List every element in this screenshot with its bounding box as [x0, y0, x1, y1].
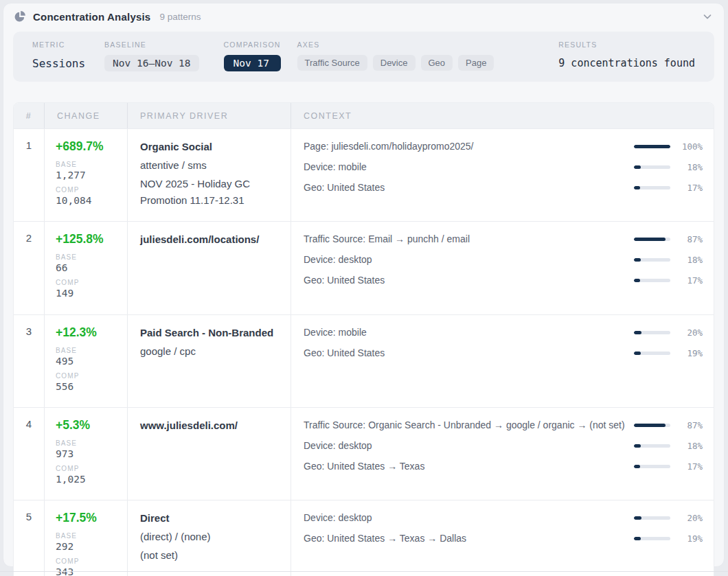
driver-line: juliesdeli.com/locations/	[140, 231, 280, 248]
metric-label: METRIC	[32, 41, 85, 49]
share-bar-fill	[634, 238, 666, 241]
share-bar-fill	[634, 537, 641, 540]
axis-chip-geo[interactable]: Geo	[421, 55, 453, 71]
table-row[interactable]: 3 +12.3% BASE 495 COMP 556 Paid Search -…	[14, 314, 714, 407]
share-bar-fill	[634, 258, 641, 262]
share-bar-fill	[634, 516, 641, 520]
concentration-table: # CHANGE PRIMARY DRIVER CONTEXT 1 +689.7…	[13, 102, 714, 576]
share-bar	[634, 186, 670, 189]
context-line: Device: desktop18%	[304, 253, 703, 266]
baseline-group: BASELINE Nov 16–Nov 18	[104, 41, 199, 71]
results-group: RESULTS 9 concentrations found	[558, 41, 695, 69]
filter-bar: METRIC Sessions BASELINE Nov 16–Nov 18 C…	[13, 32, 714, 82]
share-bar	[634, 238, 670, 241]
change-cell: +125.8% BASE 66 COMP 149	[44, 222, 127, 314]
change-percent: +12.3%	[56, 325, 117, 340]
axis-chip-device[interactable]: Device	[373, 55, 416, 71]
share-bar-fill	[634, 465, 640, 468]
share-bar-fill	[634, 279, 640, 282]
context-line: Geo: United States → Texas → Dallas19%	[304, 532, 703, 545]
primary-driver-cell: Direct(direct) / (none)(not set)	[127, 500, 291, 576]
context-cell: Device: desktop20%Geo: United States → T…	[291, 500, 714, 576]
context-line: Device: mobile18%	[304, 161, 703, 174]
row-index: 2	[14, 222, 44, 314]
context-line: Traffic Source: Email → punchh / email87…	[304, 233, 703, 246]
column-header-change: CHANGE	[44, 103, 127, 128]
share-bar	[634, 165, 670, 169]
driver-line: Paid Search - Non-Branded	[140, 325, 280, 341]
change-percent: +5.3%	[56, 418, 117, 433]
driver-line: (direct) / (none)	[140, 529, 280, 545]
share-bar-fill	[634, 424, 666, 427]
table-header-row: # CHANGE PRIMARY DRIVER CONTEXT	[14, 103, 714, 128]
share-bar-fill	[634, 331, 641, 334]
axes-group: AXES Traffic Source Device Geo Page	[297, 41, 494, 71]
driver-line: google / cpc	[140, 343, 280, 360]
table-row[interactable]: 5 +17.5% BASE 292 COMP 343 Direct(direct…	[14, 500, 714, 576]
base-value: 495	[56, 355, 117, 367]
share-bar	[634, 465, 670, 468]
context-text: Device: desktop	[304, 511, 634, 525]
driver-line: Direct	[140, 510, 280, 527]
context-text: Device: mobile	[304, 161, 634, 174]
base-value: 973	[56, 448, 117, 460]
context-text: Device: desktop	[304, 439, 634, 452]
share-bar	[634, 424, 670, 427]
change-cell: +5.3% BASE 973 COMP 1,025	[44, 408, 127, 500]
metric-group: METRIC Sessions	[32, 41, 85, 70]
context-line: Device: mobile20%	[304, 326, 703, 339]
column-header-context: CONTEXT	[291, 103, 714, 128]
table-row[interactable]: 1 +689.7% BASE 1,277 COMP 10,084 Organic…	[14, 128, 714, 221]
comp-value: 10,084	[56, 194, 117, 207]
share-bar	[634, 331, 670, 334]
axis-chip-page[interactable]: Page	[458, 55, 494, 71]
axes-chip-list: Traffic Source Device Geo Page	[297, 55, 494, 71]
comp-label: COMP	[56, 372, 117, 380]
share-bar	[634, 145, 670, 148]
baseline-range-pill[interactable]: Nov 16–Nov 18	[104, 55, 199, 71]
comparison-date-pill[interactable]: Nov 17	[224, 55, 281, 71]
table-row[interactable]: 4 +5.3% BASE 973 COMP 1,025 www.juliesde…	[14, 407, 714, 500]
share-percent: 17%	[679, 275, 703, 286]
share-percent: 20%	[679, 327, 703, 338]
context-line: Page: juliesdeli.com/holidaypromo2025/10…	[304, 140, 703, 153]
context-line: Device: desktop20%	[304, 511, 703, 525]
share-bar-fill	[634, 352, 641, 355]
share-percent: 87%	[679, 420, 703, 430]
change-percent: +689.7%	[56, 139, 117, 154]
share-percent: 19%	[679, 348, 703, 358]
share-percent: 18%	[679, 255, 703, 265]
comp-value: 556	[56, 380, 117, 393]
patterns-count-badge: 9 patterns	[159, 12, 201, 22]
share-percent: 87%	[679, 234, 703, 244]
collapse-chevron-icon[interactable]	[701, 10, 714, 23]
table-row[interactable]: 2 +125.8% BASE 66 COMP 149 juliesdeli.co…	[14, 221, 714, 314]
base-label: BASE	[56, 347, 117, 354]
base-label: BASE	[56, 253, 117, 261]
context-text: Geo: United States → Texas	[304, 460, 634, 473]
context-line: Traffic Source: Organic Search - Unbrand…	[304, 419, 703, 432]
context-text: Device: desktop	[304, 253, 634, 266]
comp-value: 149	[56, 287, 117, 299]
pie-chart-icon	[14, 10, 26, 23]
comp-label: COMP	[56, 279, 117, 286]
panel-header: Concentration Analysis 9 patterns	[3, 3, 724, 30]
context-cell: Device: mobile20%Geo: United States19%	[291, 315, 714, 407]
driver-line: attentive / sms	[140, 157, 280, 174]
context-line: Device: desktop18%	[304, 439, 703, 452]
share-bar	[634, 352, 670, 355]
table-body: 1 +689.7% BASE 1,277 COMP 10,084 Organic…	[14, 128, 714, 576]
context-text: Geo: United States	[304, 181, 634, 194]
axis-chip-traffic-source[interactable]: Traffic Source	[297, 55, 367, 71]
metric-value: Sessions	[32, 55, 85, 70]
share-bar	[634, 537, 670, 540]
share-bar-fill	[634, 145, 670, 148]
share-bar	[634, 516, 670, 520]
share-percent: 17%	[679, 183, 703, 193]
row-index: 1	[14, 129, 44, 221]
row-index: 3	[14, 315, 44, 407]
base-label: BASE	[56, 439, 117, 447]
base-value: 292	[56, 540, 117, 553]
change-cell: +12.3% BASE 495 COMP 556	[44, 315, 127, 407]
primary-driver-cell: juliesdeli.com/locations/	[127, 222, 291, 314]
